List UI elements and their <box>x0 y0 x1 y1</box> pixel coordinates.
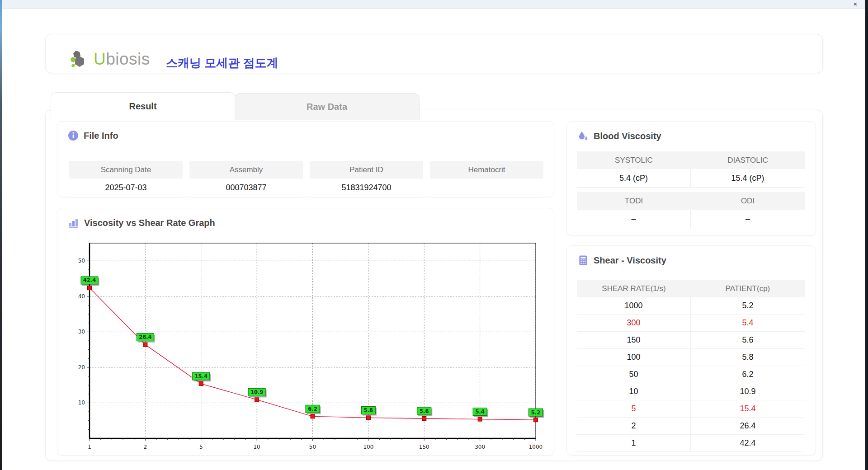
pair-header-row: TODIODI <box>577 192 805 210</box>
svg-text:10: 10 <box>78 400 85 406</box>
ubiosis-hexagon-logo-icon <box>69 49 90 70</box>
metric-value: – <box>691 210 805 228</box>
metric-value: – <box>577 210 691 228</box>
shear-rate-cell: 50 <box>577 366 691 383</box>
pair-header-row: SYSTOLICDIASTOLIC <box>577 151 805 169</box>
blood-drops-icon <box>578 131 589 141</box>
table-row: 1005.8 <box>577 349 805 366</box>
blood-viscosity-pair: SYSTOLICDIASTOLIC5.4 (cP)15.4 (cP) <box>577 151 805 188</box>
svg-text:50: 50 <box>309 444 316 450</box>
window-titlebar: × <box>2 0 865 9</box>
patient-viscosity-cell: 5.8 <box>691 349 805 366</box>
desktop-edge-right <box>865 0 868 470</box>
table-row: 506.2 <box>577 366 805 383</box>
tab-raw-data[interactable]: Raw Data <box>234 93 420 120</box>
metric-value: 15.4 (cP) <box>691 169 805 188</box>
blood-viscosity-card: Blood Viscosity SYSTOLICDIASTOLIC5.4 (cP… <box>566 121 816 236</box>
patient-viscosity-cell: 42.4 <box>691 435 805 452</box>
close-icon[interactable]: × <box>851 0 860 9</box>
info-icon <box>68 130 79 141</box>
field-label: Hematocrit <box>430 161 543 179</box>
field-label: Scanning Date <box>69 161 183 179</box>
patient-viscosity-cell: 10.9 <box>691 383 805 400</box>
svg-text:5: 5 <box>199 444 203 450</box>
file-info-fields: Scanning Date2025-07-03Assembly000703877… <box>69 161 543 197</box>
shear-viscosity-title: Shear - Viscosity <box>578 255 666 266</box>
pair-value-row: 5.4 (cP)15.4 (cP) <box>577 169 805 188</box>
shear-viscosity-table: SHEAR RATE(1/s) PATIENT(cp) 10005.23005.… <box>577 280 805 452</box>
patient-viscosity-cell: 5.6 <box>691 332 805 349</box>
brand-logo: Ubiosis <box>69 49 150 70</box>
field-value: 51831924700 <box>310 179 423 197</box>
shear-rate-cell: 10 <box>577 383 691 400</box>
file-info-title: File Info <box>68 130 118 141</box>
app-window: Ubiosis 스캐닝 모세관 점도계 Result Raw Data File… <box>2 9 865 470</box>
shear-rate-cell: 1 <box>577 435 691 452</box>
svg-text:5.2: 5.2 <box>531 409 540 416</box>
field-label: Assembly <box>189 161 303 179</box>
patient-viscosity-cell: 26.4 <box>691 418 805 435</box>
svg-text:42.4: 42.4 <box>83 277 96 283</box>
field-label: Patient ID <box>310 161 423 179</box>
shear-viscosity-card: Shear - Viscosity SHEAR RATE(1/s) PATIEN… <box>566 245 816 456</box>
svg-text:50: 50 <box>78 258 85 264</box>
svg-text:1: 1 <box>88 444 91 450</box>
metric-label: TODI <box>577 192 691 210</box>
patient-viscosity-cell: 6.2 <box>691 366 805 383</box>
svg-text:26.4: 26.4 <box>139 334 151 340</box>
table-row: 226.4 <box>577 418 805 435</box>
pair-value-row: –– <box>577 210 805 228</box>
field-value: 2025-07-03 <box>69 179 183 197</box>
svg-text:5.4: 5.4 <box>475 409 484 415</box>
table-row: 1010.9 <box>577 383 805 400</box>
metric-value: 5.4 (cP) <box>577 169 691 188</box>
patient-viscosity-cell: 5.2 <box>691 297 805 315</box>
shear-rate-cell: 100 <box>577 349 691 366</box>
shear-viscosity-header-row: SHEAR RATE(1/s) PATIENT(cp) <box>577 280 805 297</box>
metric-label: ODI <box>691 192 805 210</box>
svg-text:100: 100 <box>363 444 373 450</box>
svg-text:5.6: 5.6 <box>420 408 429 414</box>
field-value <box>430 179 543 197</box>
file-info-field: Assembly000703877 <box>189 161 303 197</box>
metric-label: SYSTOLIC <box>577 151 691 169</box>
svg-text:10: 10 <box>253 444 260 450</box>
table-row: 1505.6 <box>577 332 805 349</box>
page-title: 스캐닝 모세관 점도계 <box>166 55 278 71</box>
brand-name: Ubiosis <box>94 50 150 69</box>
column-header: SHEAR RATE(1/s) <box>577 280 691 297</box>
table-row: 3005.4 <box>577 315 805 332</box>
svg-text:40: 40 <box>78 293 85 300</box>
graph-card: Viscosity vs Shear Rate Graph 1020304050… <box>57 208 554 456</box>
blood-viscosity-title: Blood Viscosity <box>578 131 661 141</box>
patient-viscosity-cell: 5.4 <box>691 315 805 332</box>
shear-rate-cell: 2 <box>577 418 691 435</box>
shear-rate-cell: 5 <box>577 400 691 418</box>
svg-text:5.8: 5.8 <box>364 407 373 414</box>
shear-viscosity-rows: 10005.23005.41505.61005.8506.21010.9515.… <box>577 297 805 452</box>
svg-text:2: 2 <box>144 444 147 450</box>
svg-text:1000: 1000 <box>529 444 543 450</box>
svg-text:20: 20 <box>78 364 85 371</box>
file-info-field: Hematocrit <box>430 161 543 197</box>
file-info-field: Patient ID51831924700 <box>310 161 423 197</box>
table-row: 515.4 <box>577 400 805 418</box>
svg-text:10.9: 10.9 <box>250 389 263 395</box>
viscosity-shear-rate-chart: 10203040501251050100150300100042.426.415… <box>57 208 554 455</box>
header-card <box>45 34 823 73</box>
metric-label: DIASTOLIC <box>691 151 805 169</box>
file-info-field: Scanning Date2025-07-03 <box>69 161 183 197</box>
table-row: 10005.2 <box>577 297 805 315</box>
patient-viscosity-cell: 15.4 <box>691 400 805 418</box>
blood-viscosity-table: SYSTOLICDIASTOLIC5.4 (cP)15.4 (cP)TODIOD… <box>577 151 805 233</box>
shear-rate-cell: 1000 <box>577 297 691 315</box>
svg-text:300: 300 <box>475 444 485 450</box>
blood-viscosity-pair: TODIODI–– <box>577 192 805 228</box>
active-tab-bridge <box>51 119 234 120</box>
tab-result[interactable]: Result <box>51 92 235 120</box>
svg-text:30: 30 <box>78 329 85 335</box>
shear-rate-cell: 300 <box>577 315 691 332</box>
svg-text:6.2: 6.2 <box>308 406 317 412</box>
column-header: PATIENT(cp) <box>691 280 805 297</box>
shear-rate-cell: 150 <box>577 332 691 349</box>
